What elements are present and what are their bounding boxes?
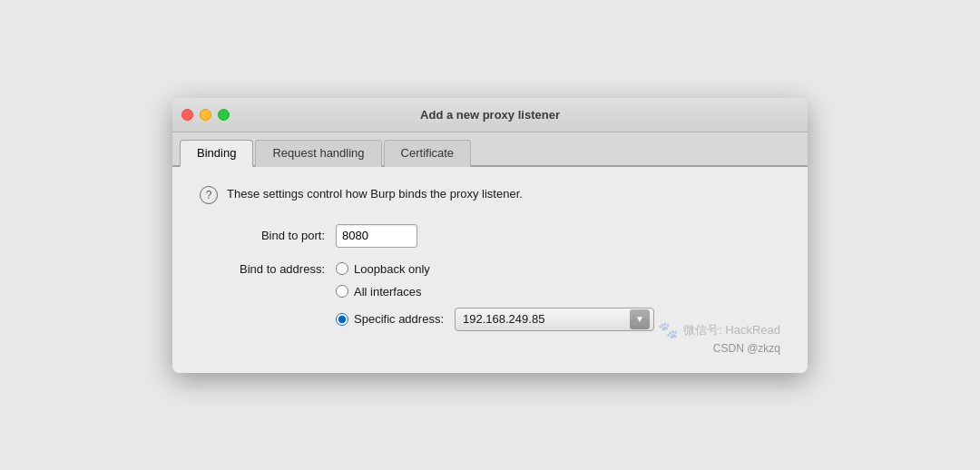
radio-loopback-row: Loopback only (336, 262, 654, 276)
radio-specific-address-row: Specific address: 192.168.249.85 ▼ (336, 308, 654, 331)
dropdown-arrow-icon: ▼ (630, 309, 650, 329)
radio-loopback-label: Loopback only (354, 262, 430, 276)
close-button[interactable] (181, 109, 193, 121)
minimize-button[interactable] (200, 109, 211, 121)
tabs-bar: Binding Request handling Certificate (172, 132, 808, 167)
radio-group: Loopback only All interfaces Specific ad… (336, 262, 654, 331)
watermark: 🐾 微信号: HackRead CSDN @zkzq (658, 320, 780, 355)
watermark-line2: CSDN @zkzq (658, 342, 780, 355)
description-row: ? These settings control how Burp binds … (200, 185, 780, 204)
port-input[interactable] (336, 224, 417, 248)
title-bar: Add a new proxy listener (172, 98, 808, 132)
address-label: Bind to address: (209, 262, 336, 276)
tab-binding[interactable]: Binding (180, 140, 253, 167)
radio-all-interfaces-row: All interfaces (336, 285, 654, 299)
window-title: Add a new proxy listener (420, 108, 560, 122)
radio-specific-address-label: Specific address: (354, 312, 444, 326)
address-value: 192.168.249.85 (463, 312, 630, 326)
port-row: Bind to port: (209, 224, 780, 248)
radio-loopback[interactable] (336, 262, 348, 275)
radio-all-interfaces[interactable] (336, 285, 348, 298)
watermark-logo-icon: 🐾 (658, 320, 678, 340)
port-label: Bind to port: (209, 229, 336, 242)
tab-certificate[interactable]: Certificate (384, 140, 472, 167)
radio-all-interfaces-label: All interfaces (354, 285, 421, 299)
help-icon[interactable]: ? (200, 186, 218, 204)
tab-request-handling[interactable]: Request handling (255, 140, 381, 167)
radio-specific-address[interactable] (336, 313, 348, 326)
address-dropdown[interactable]: 192.168.249.85 ▼ (455, 308, 654, 331)
watermark-logo: 🐾 微信号: HackRead (658, 320, 780, 340)
traffic-lights (181, 109, 230, 121)
watermark-line1: 微信号: HackRead (683, 322, 780, 338)
form-section: Bind to port: Bind to address: Loopback … (200, 224, 780, 331)
maximize-button[interactable] (218, 109, 230, 121)
description-text: These settings control how Burp binds th… (227, 185, 523, 203)
